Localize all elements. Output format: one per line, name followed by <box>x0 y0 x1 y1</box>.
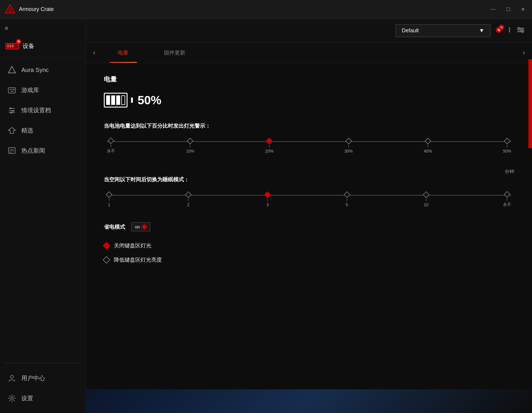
tabbar: ‹ 电量 固件更新 › <box>86 43 532 63</box>
battery-bar-4 <box>121 95 125 105</box>
battery-body <box>104 93 128 108</box>
scenarios-icon <box>7 105 17 115</box>
option-close-keyboard[interactable]: 关闭键盘区灯光 <box>104 242 514 249</box>
profile-label: Default <box>402 28 419 34</box>
battery-tick-2[interactable]: 20% <box>265 139 273 153</box>
sidebar-item-aura-sync[interactable]: Aura Sync <box>0 60 86 80</box>
option-reduce-brightness[interactable]: 降低键盘区灯光亮度 <box>104 256 514 263</box>
battery-tip <box>131 97 133 103</box>
game-library-icon <box>7 85 17 95</box>
svg-point-17 <box>12 110 14 112</box>
sidebar-item-label-news: 热点新闻 <box>21 147 45 155</box>
sidebar-item-scenarios[interactable]: 情境设置档 <box>0 100 86 120</box>
app-logo <box>5 4 15 15</box>
svg-rect-20 <box>9 148 15 153</box>
more-options-button[interactable] <box>506 26 513 35</box>
content-area: Default ▼ N N <box>86 19 532 413</box>
power-save-row: 省电模式 on <box>104 222 514 231</box>
sliders-button[interactable] <box>517 26 525 35</box>
sidebar-item-game-library[interactable]: 游戏库 <box>0 80 86 100</box>
profile-dropdown[interactable]: Default ▼ <box>396 24 490 37</box>
profile-arrow-icon: ▼ <box>479 28 484 34</box>
battery-tick-3[interactable]: 30% <box>345 139 353 153</box>
tab-firmware[interactable]: 固件更新 <box>146 43 203 63</box>
svg-point-29 <box>509 29 510 31</box>
sidebar-divider <box>5 363 81 363</box>
sleep-tick-0[interactable]: 1 <box>107 192 112 207</box>
hamburger-menu[interactable]: ≡ <box>5 25 8 32</box>
battery-alert-label: 当电池电量达到以下百分比时发出灯光警示： <box>104 122 514 129</box>
minimize-button[interactable]: — <box>488 5 498 13</box>
svg-point-34 <box>518 27 520 29</box>
sidebar-item-label-user-center: 用户中心 <box>21 374 45 382</box>
picks-icon <box>7 126 17 135</box>
device-icon: N <box>5 41 20 51</box>
battery-tick-5[interactable]: 50% <box>503 139 511 153</box>
svg-point-10 <box>12 89 13 90</box>
sidebar-item-user-center[interactable]: 用户中心 <box>0 368 86 388</box>
sidebar-item-news[interactable]: 热点新闻 <box>0 140 86 161</box>
option-reduce-brightness-label: 降低键盘区灯光亮度 <box>114 256 162 263</box>
power-save-toggle[interactable]: on <box>131 222 150 231</box>
sleep-tick-1[interactable]: 2 <box>186 192 191 207</box>
sleep-slider-label: 当空闲以下时间后切换为睡眠模式： <box>104 176 514 183</box>
app-title: Armoury Crate <box>19 6 488 12</box>
settings-icon <box>7 393 17 403</box>
toggle-diamond-icon <box>141 224 147 230</box>
svg-point-25 <box>11 397 13 399</box>
svg-point-11 <box>13 89 15 90</box>
svg-point-24 <box>10 375 13 378</box>
battery-alert-slider-section: 当电池电量达到以下百分比时发出灯光警示： 永不 <box>104 122 514 154</box>
option-diamond-filled-icon <box>103 242 110 249</box>
toggle-on-text: on <box>135 224 140 229</box>
topbar: Default ▼ N N <box>86 19 532 43</box>
battery-bar-2 <box>111 95 115 105</box>
main-layout: ≡ N 设备 Au <box>0 19 532 413</box>
maximize-button[interactable]: ☐ <box>504 5 513 13</box>
svg-point-28 <box>509 28 510 29</box>
aura-sync-icon <box>7 65 17 75</box>
svg-point-35 <box>520 29 522 31</box>
tab-arrow-left[interactable]: ‹ <box>88 43 100 63</box>
sleep-unit-label: 分钟 <box>104 169 514 175</box>
right-decoration <box>528 59 532 148</box>
battery-tick-4[interactable]: 40% <box>424 139 432 153</box>
battery-tick-1[interactable]: 10% <box>186 139 194 153</box>
svg-rect-6 <box>12 44 14 47</box>
main-content: 电量 50% 当电池电量达到以下百分比时发出灯光警示： <box>86 63 532 413</box>
svg-rect-8 <box>8 88 15 93</box>
news-icon <box>7 146 17 155</box>
sleep-slider-section: 分钟 当空闲以下时间后切换为睡眠模式： 1 <box>104 169 514 207</box>
sidebar-item-label-picks: 精选 <box>21 127 33 135</box>
sleep-tick-2[interactable]: 3 <box>265 192 270 207</box>
sidebar-device-section: N 设备 <box>0 38 86 57</box>
sidebar-item-picks[interactable]: 精选 <box>0 120 86 140</box>
window-controls: — ☐ ✕ <box>488 5 527 13</box>
sidebar-item-settings[interactable]: 设置 <box>0 388 86 408</box>
tab-arrow-right[interactable]: › <box>518 43 530 63</box>
battery-tick-0[interactable]: 永不 <box>107 138 115 154</box>
svg-rect-5 <box>9 44 11 47</box>
sleep-tick-3[interactable]: 5 <box>345 192 349 207</box>
battery-bar-1 <box>106 95 110 105</box>
device-label[interactable]: 设备 <box>23 42 34 50</box>
svg-point-36 <box>522 31 523 33</box>
battery-bar-3 <box>116 95 120 105</box>
option-close-keyboard-label: 关闭键盘区灯光 <box>114 242 151 249</box>
tab-battery[interactable]: 电量 <box>100 43 146 63</box>
close-button[interactable]: ✕ <box>519 5 527 13</box>
sleep-tick-5[interactable]: 永不 <box>503 192 511 207</box>
sidebar-nav: Aura Sync 游戏库 <box>0 57 86 361</box>
sidebar-item-label-game-library: 游戏库 <box>21 86 39 94</box>
svg-point-19 <box>10 112 12 113</box>
sidebar-top: ≡ <box>0 19 86 38</box>
svg-marker-7 <box>8 66 15 73</box>
sidebar-item-label-scenarios: 情境设置档 <box>21 106 51 114</box>
sleep-tick-4[interactable]: 10 <box>424 192 429 207</box>
option-diamond-empty-icon <box>103 256 110 263</box>
battery-percent: 50% <box>138 94 161 107</box>
battery-display: 50% <box>104 93 514 108</box>
device-badge: N <box>16 39 21 44</box>
notification-badge: N <box>499 25 504 30</box>
notification-button[interactable]: N N <box>495 26 502 35</box>
